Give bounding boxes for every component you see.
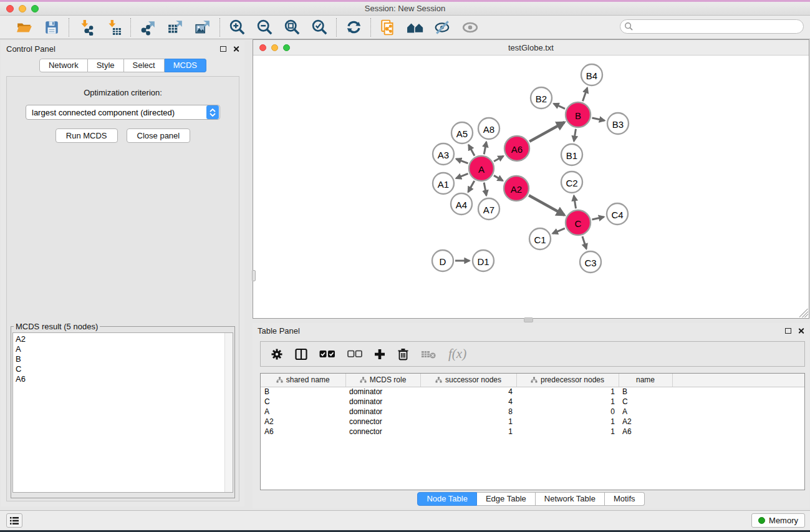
graph-node-A5[interactable] [451, 122, 473, 143]
graph-node-A6[interactable] [504, 136, 529, 161]
net-maximize-button[interactable] [283, 44, 290, 51]
graph-node-D[interactable] [432, 250, 453, 271]
graph-node-C[interactable] [566, 210, 591, 235]
graph-node-B[interactable] [566, 102, 591, 127]
graph-edge-A2-C[interactable] [529, 195, 564, 215]
horizontal-splitter-handle[interactable] [524, 317, 533, 322]
close-window-button[interactable] [6, 5, 14, 12]
mcds-result-item[interactable]: A6 [16, 374, 224, 384]
graph-edge-A-A3[interactable] [456, 159, 468, 163]
minimize-window-button[interactable] [19, 5, 26, 12]
graph-node-B4[interactable] [581, 64, 602, 85]
column-header-shared-name[interactable]: shared name [261, 374, 345, 387]
network-graph[interactable]: B4B2BB3B1A5A8A6A3AA1C2A2A4A7C4CC1C3DD1 [253, 56, 809, 318]
graph-node-B1[interactable] [561, 144, 582, 165]
graph-edge-A-A6[interactable] [494, 156, 503, 162]
graph-edge-A6-B[interactable] [529, 122, 564, 142]
export-image-icon[interactable] [194, 19, 211, 36]
create-column-icon[interactable] [374, 349, 385, 360]
graph-node-C3[interactable] [580, 251, 601, 273]
open-session-icon[interactable] [16, 19, 33, 36]
close-panel-icon[interactable] [233, 46, 239, 52]
delete-column-icon[interactable] [397, 348, 409, 360]
hide-selected-icon[interactable] [434, 19, 451, 36]
tab-select[interactable]: Select [124, 59, 165, 72]
graph-node-D1[interactable] [473, 250, 494, 271]
float-table-panel-icon[interactable] [785, 328, 791, 334]
graph-node-B2[interactable] [531, 87, 552, 109]
graph-edge-A-A1[interactable] [456, 173, 468, 178]
window-resize-grip[interactable] [799, 309, 808, 317]
graph-edge-A-A5[interactable] [469, 145, 475, 155]
zoom-in-icon[interactable] [228, 19, 246, 36]
network-window-titlebar[interactable]: testGlobe.txt [253, 40, 809, 56]
mcds-result-item[interactable]: A2 [16, 334, 224, 344]
table-row[interactable]: A2connector11A2 [261, 417, 804, 427]
mcds-result-item[interactable]: B [16, 354, 224, 364]
graph-edge-B-B2[interactable] [554, 104, 565, 109]
graph-node-A2[interactable] [504, 176, 529, 201]
graph-edge-B-B4[interactable] [582, 88, 587, 101]
graph-edge-A-A2[interactable] [494, 175, 503, 180]
net-close-button[interactable] [259, 44, 266, 51]
tab-network[interactable]: Network [39, 59, 88, 72]
mcds-result-item[interactable]: A [16, 344, 224, 354]
network-canvas[interactable]: B4B2BB3B1A5A8A6A3AA1C2A2A4A7C4CC1C3DD1 [253, 56, 809, 318]
task-history-button[interactable] [6, 513, 22, 528]
graph-edge-C-C2[interactable] [574, 196, 576, 209]
graph-node-B3[interactable] [607, 113, 629, 134]
import-network-icon[interactable] [77, 19, 95, 36]
table-row[interactable]: A6connector11A6 [261, 427, 804, 437]
run-mcds-button[interactable]: Run MCDS [55, 128, 118, 143]
import-table-icon[interactable] [105, 19, 122, 36]
tab-style[interactable]: Style [88, 59, 124, 72]
graph-node-A8[interactable] [478, 118, 499, 139]
graph-edge-A-A4[interactable] [468, 181, 475, 192]
net-minimize-button[interactable] [271, 44, 278, 51]
close-table-panel-icon[interactable] [798, 327, 804, 334]
table-row[interactable]: Bdominator41B [261, 387, 804, 397]
tab-edge-table[interactable]: Edge Table [477, 492, 536, 506]
zoom-out-icon[interactable] [256, 19, 273, 36]
splitter-handle[interactable] [252, 270, 256, 281]
graph-node-A4[interactable] [451, 193, 472, 215]
graph-node-A[interactable] [469, 156, 494, 181]
result-scrollbar[interactable] [224, 333, 233, 492]
mcds-result-item[interactable]: C [16, 364, 224, 374]
float-panel-icon[interactable] [220, 46, 226, 52]
zoom-fit-icon[interactable] [283, 19, 301, 36]
graph-edge-C-C3[interactable] [582, 236, 586, 249]
tab-motifs[interactable]: Motifs [605, 492, 645, 506]
graph-node-C2[interactable] [561, 172, 582, 193]
new-network-from-file-icon[interactable] [379, 19, 397, 36]
graph-edge-C-C4[interactable] [592, 217, 604, 220]
export-table-icon[interactable] [166, 19, 184, 36]
table-settings-gear-icon[interactable] [271, 348, 283, 360]
column-layout-icon[interactable] [295, 348, 307, 360]
deselect-all-columns-icon[interactable] [347, 350, 362, 358]
graph-edge-B-B3[interactable] [592, 118, 604, 120]
graph-node-C4[interactable] [607, 203, 628, 225]
maximize-window-button[interactable] [31, 5, 39, 12]
search-input[interactable] [634, 21, 803, 32]
first-neighbors-icon[interactable] [407, 19, 424, 36]
graph-edge-A-A8[interactable] [484, 142, 486, 155]
graph-node-A1[interactable] [433, 173, 454, 194]
graph-edge-C-C1[interactable] [552, 228, 565, 233]
close-panel-button[interactable]: Close panel [127, 128, 191, 143]
tab-network-table[interactable]: Network Table [536, 492, 605, 506]
criterion-select[interactable]: largest connected component (directed) [26, 105, 220, 120]
memory-button[interactable]: Memory [751, 513, 805, 528]
column-header-MCDS-role[interactable]: MCDS role [345, 374, 420, 387]
show-all-icon[interactable] [461, 19, 479, 36]
column-header-predecessor-nodes[interactable]: predecessor nodes [516, 374, 619, 387]
tab-node-table[interactable]: Node Table [417, 492, 477, 506]
column-header-name[interactable]: name [619, 374, 672, 387]
zoom-selected-icon[interactable] [311, 19, 328, 36]
tab-mcds[interactable]: MCDS [165, 59, 206, 72]
graph-node-C1[interactable] [529, 228, 551, 249]
select-all-columns-icon[interactable] [319, 350, 335, 359]
graph-edge-A-A7[interactable] [484, 183, 486, 196]
column-header-successor-nodes[interactable]: successor nodes [420, 374, 516, 387]
save-session-icon[interactable] [43, 19, 60, 36]
